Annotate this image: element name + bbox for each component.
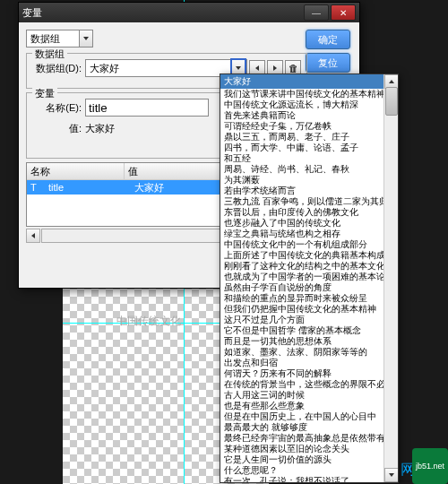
- col-value[interactable]: 值: [125, 163, 231, 179]
- dropdown-item[interactable]: 中国传统文化中的一个有机组成部分: [220, 239, 398, 250]
- dropdown-item[interactable]: 最高最大的 就够够度: [220, 422, 398, 433]
- cell-name: title: [45, 182, 131, 193]
- dropdown-item[interactable]: 最终已经奔宇宙的最高抽象总是依然带有: [220, 433, 398, 444]
- dropdown-item[interactable]: 四书，而大学、中庸、论语、孟子: [220, 143, 398, 153]
- dropdown-item[interactable]: 何谓天？历来有不同的解释: [220, 368, 398, 379]
- dropdown-item[interactable]: 三教九流 百家争鸣，则以儒道二家为其归致: [220, 196, 398, 207]
- arrow-up-icon: [389, 80, 394, 83]
- dropdown-item[interactable]: 有一次，孔子说：我想不说话了。: [220, 476, 398, 483]
- arrow-right-icon: [273, 65, 277, 71]
- variable-legend: 变量: [32, 87, 57, 100]
- dataset-value-text: 大家好: [86, 62, 230, 75]
- dropdown-item[interactable]: 中国传统文化源远流长，博大精深: [220, 99, 398, 110]
- dropdown-item[interactable]: 也逐步融入了中国的传统文化: [220, 218, 398, 229]
- dataset-dropdown-list[interactable]: 大家好 我们这节课来讲中国传统文化的基本精神中国传统文化源远流长，博大精深首先来…: [220, 73, 399, 483]
- dropdown-item[interactable]: 和描绘的重点的显异而时来被众纷呈: [220, 293, 398, 304]
- dropdown-item[interactable]: 若由学术统绪而言: [220, 186, 398, 196]
- chevron-down-icon: [83, 37, 89, 40]
- dropdown-item[interactable]: 它是人生间一切价值的源头: [220, 454, 398, 465]
- dataset-combo-text: 数据组: [27, 32, 79, 46]
- arrow-left-icon: [31, 233, 35, 238]
- dropdown-item[interactable]: 出发点和归宿: [220, 358, 398, 368]
- dropdown-item[interactable]: 但是在中国历史上，在中国人的心目中: [220, 411, 398, 422]
- dropdown-item[interactable]: 首先来述典籍而论: [220, 110, 398, 121]
- site-badge: jb51.net: [412, 448, 448, 484]
- dropdown-item[interactable]: 虽然由子学百自说纷的角度: [220, 282, 398, 293]
- scroll-left[interactable]: [26, 229, 40, 243]
- canvas-text-layer: 中国传统文化: [116, 314, 181, 329]
- dropdown-item[interactable]: 鼎以三五，而周易、老子、庄子: [220, 132, 398, 143]
- dataset-legend: 数据组: [32, 48, 67, 61]
- dataset-label: 数据组(D):: [32, 62, 82, 75]
- close-button[interactable]: ✕: [331, 4, 356, 21]
- dataset-combo[interactable]: 数据组: [26, 30, 93, 48]
- arrow-down-icon: [389, 473, 394, 477]
- dropdown-item[interactable]: 周易、诗经、尚书、礼记、春秋: [220, 164, 398, 175]
- dropdown-item[interactable]: 我们这节课来讲中国传统文化的基本精神: [220, 89, 398, 99]
- dialog-title: 变量: [22, 6, 302, 20]
- chevron-down-icon: [236, 66, 241, 70]
- dataset-combo-arrow[interactable]: [79, 30, 92, 47]
- dropdown-selected[interactable]: 大家好: [220, 74, 398, 89]
- dropdown-item[interactable]: 它不但是中国哲学 儒家的基本概念: [220, 325, 398, 336]
- name-input[interactable]: [85, 99, 209, 117]
- scroll-down[interactable]: [384, 468, 399, 482]
- arrow-left-icon: [255, 65, 259, 71]
- dropdown-item[interactable]: 古人用这三词的时候: [220, 390, 398, 401]
- dropdown-item[interactable]: 也就成为了中国学者的一项困难的基本论题: [220, 272, 398, 282]
- ok-button[interactable]: 确定: [306, 30, 350, 49]
- dialog-titlebar[interactable]: 变量 — ✕: [19, 3, 359, 22]
- scrollbar-thumb[interactable]: [385, 87, 398, 116]
- dropdown-item[interactable]: 某种道德因素以至旧的论念关头: [220, 444, 398, 454]
- dropdown-item[interactable]: 为其渊薮: [220, 175, 398, 186]
- dropdown-item[interactable]: 什么意思呢？: [220, 465, 398, 476]
- dropdown-item[interactable]: 东晋以后，由印度传入的佛教文化: [220, 207, 398, 218]
- dropdown-scrollbar[interactable]: [383, 74, 398, 482]
- dropdown-item[interactable]: 如道家、墨家、法家、阴阳家等等的: [220, 347, 398, 358]
- value-label: 值:: [32, 122, 82, 135]
- value-text: 大家好: [85, 122, 115, 135]
- dropdown-item[interactable]: 而且是一切其他的思想体系: [220, 336, 398, 347]
- dropdown-item[interactable]: 可谓经经史子集，万亿卷帙: [220, 121, 398, 132]
- col-name[interactable]: 名称: [27, 163, 125, 179]
- dropdown-item[interactable]: 这只不过是几个方面: [220, 315, 398, 325]
- dropdown-item[interactable]: 也是有些那么些意象: [220, 401, 398, 411]
- dropdown-item[interactable]: 上面所述了中国传统文化的典籍基本构成特征: [220, 250, 398, 261]
- dropdown-item[interactable]: 但我们仍把握中国传统文化的基本精神: [220, 304, 398, 315]
- name-label: 名称(E):: [32, 101, 82, 115]
- reset-button[interactable]: 复位: [306, 53, 350, 73]
- dropdown-item[interactable]: 绿宝之典籍与统绪也构之相存: [220, 229, 398, 239]
- minimize-button[interactable]: —: [304, 4, 329, 21]
- dropdown-item[interactable]: 和五经: [220, 153, 398, 164]
- dropdown-item[interactable]: 刚刚看了这种文化的结构之中的基本文化精神的界定: [220, 261, 398, 272]
- dropdown-item[interactable]: 在传统的背景当中，这些概念的界限不必清楚: [220, 379, 398, 390]
